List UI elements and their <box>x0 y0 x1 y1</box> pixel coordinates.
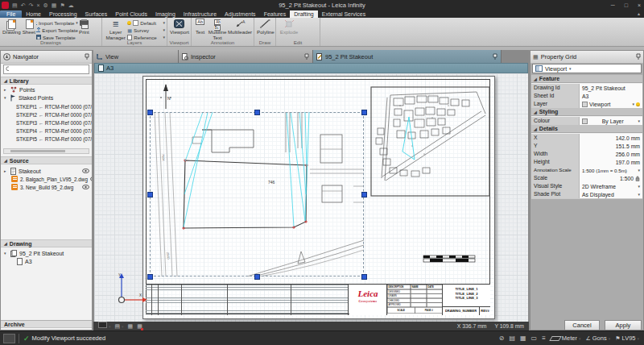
viewport-handle-w[interactable] <box>147 192 153 197</box>
tree-item-points[interactable]: ▸ Points <box>1 85 92 94</box>
viewport-handle-ne[interactable] <box>361 110 367 115</box>
section-styling[interactable]: ◢Styling <box>531 108 642 116</box>
minimize-button[interactable]: ─ <box>611 0 615 10</box>
library-hscrollbar[interactable] <box>3 148 89 154</box>
section-drawing[interactable]: ◢Drawing <box>1 239 92 247</box>
property-object-selector[interactable]: Viewport ▾ <box>532 64 642 73</box>
layer-bulb-icon[interactable] <box>636 102 640 106</box>
message-icon[interactable]: ▭ <box>531 332 538 345</box>
tab-infrastructure[interactable]: Infrastructure <box>180 10 221 18</box>
pin-icon[interactable] <box>85 53 89 60</box>
navigator-search[interactable] <box>3 64 89 74</box>
tab-file[interactable]: File <box>0 10 22 18</box>
text-button[interactable]: Ab Text <box>193 19 207 36</box>
tree-item-dwg-2[interactable]: 3. New_Build 95_2.dwg <box>1 183 92 191</box>
no-entry-icon[interactable]: ⊘ <box>499 332 505 345</box>
viewport-handle-nw[interactable] <box>147 110 153 115</box>
layer-default-dropdown[interactable]: Default▾ <box>127 19 165 26</box>
tree-item-stake-5[interactable]: STKEPt5 ← RTCM-Ref 0000 (07/10 <box>1 135 92 143</box>
cancel-button[interactable]: Cancel <box>564 320 600 330</box>
tree-item-staked-points[interactable]: ▾ Staked Points <box>1 94 92 102</box>
viewport-handle-e[interactable] <box>361 192 367 197</box>
undo-icon[interactable]: ↶ <box>21 1 26 10</box>
section-source[interactable]: ◢Source <box>1 156 92 164</box>
layer-manager-button[interactable]: ≣ Layer Manager <box>104 19 127 41</box>
polyline-button[interactable]: Polyline <box>256 19 275 36</box>
grid-status-icon[interactable]: ▦ <box>520 332 526 345</box>
maximize-button[interactable]: □ <box>625 0 628 10</box>
flag-tool-icon[interactable]: ⚑ <box>60 1 64 10</box>
visibility-eye-icon[interactable] <box>90 177 92 181</box>
settings-icon[interactable]: ⚙ <box>43 1 47 10</box>
drawing-canvas[interactable]: 7564 2560 746 <box>94 73 528 322</box>
section-library[interactable]: ◢Library <box>1 77 92 85</box>
log-icon[interactable]: ≡ <box>542 332 546 345</box>
pin-icon[interactable] <box>636 53 641 60</box>
sheet-button[interactable]: Sheet <box>22 19 36 36</box>
app-status-icon[interactable] <box>3 334 15 343</box>
redo-icon[interactable]: ↷ <box>29 1 34 10</box>
viewport-handle-sw[interactable] <box>147 274 153 280</box>
tree-item-stake-4[interactable]: STKEPt4 ← RTCM-Ref 0000 (07/10 <box>1 127 92 135</box>
viewport-handle-s[interactable] <box>254 274 260 280</box>
visibility-eye-icon[interactable] <box>82 168 89 173</box>
viewport-handle-se[interactable] <box>361 274 367 280</box>
angle-unit-selector[interactable]: ∠ Gons▾ <box>586 332 611 345</box>
tab-external-services[interactable]: External Services <box>318 10 369 18</box>
section-details[interactable]: ◢Details <box>531 125 642 133</box>
viewport-button[interactable]: Viewport <box>169 19 190 36</box>
viewport-selection[interactable] <box>150 112 364 276</box>
section-feature[interactable]: ◢Feature <box>531 75 642 83</box>
tree-item-stake-3[interactable]: STKEPt3 ← RTCM-Ref 0000 (07/10 <box>1 118 92 127</box>
viewport-handle-n[interactable] <box>254 110 260 115</box>
drawing-button[interactable]: Drawing <box>2 19 22 36</box>
pin-icon[interactable] <box>304 53 309 60</box>
explode-button[interactable]: Explode <box>278 19 300 36</box>
tree-item-stake-2[interactable]: STKEPt2 ← RTCM-Ref 0000 (07/10 <box>1 110 92 118</box>
tab-imaging[interactable]: Imaging <box>151 10 180 18</box>
save-icon[interactable]: ▤ <box>12 1 18 10</box>
tab-surfaces[interactable]: Surfaces <box>81 10 112 18</box>
close-button[interactable]: × <box>638 0 641 10</box>
tree-item-drawing-root[interactable]: ▾ 95_2 Pit Stakeout <box>1 249 92 257</box>
leica-logo-icon[interactable] <box>2 2 9 9</box>
search-input[interactable] <box>10 66 87 73</box>
import-template-button[interactable]: Import Template▾ <box>36 19 78 26</box>
background-color-picker[interactable]: ▾ <box>98 322 110 330</box>
tab-home[interactable]: Home <box>22 10 45 18</box>
grid-tool-icon[interactable]: ▦ <box>52 1 57 10</box>
tab-view[interactable]: View <box>93 50 179 63</box>
layer-survey-dropdown[interactable]: ▦ Survey▾ <box>127 27 165 33</box>
tab-stakeout-drawing[interactable]: 95_2 Pit Stakeout <box>313 50 502 63</box>
angle-icon: ∠ <box>586 332 591 345</box>
unit-selector[interactable]: Meter▾ <box>551 335 581 342</box>
multiline-text-button[interactable]: AbBc Multiline Text <box>207 19 228 41</box>
tab-drafting[interactable]: Drafting <box>290 10 318 18</box>
export-template-button[interactable]: Export Template <box>36 27 78 33</box>
tree-item-stakeout[interactable]: ▸ Stakeout <box>1 167 92 175</box>
sheet-tab-a3[interactable]: A3 <box>94 63 528 73</box>
crs-selector[interactable]: ⚑ LV95▾ <box>615 332 639 345</box>
visibility-eye-icon[interactable] <box>82 185 89 189</box>
snap-mode-dropdown[interactable]: ▤ ▾ <box>114 322 123 330</box>
apply-button[interactable]: Apply <box>605 320 642 330</box>
snap-grid-toggle[interactable]: ▦ <box>137 322 142 330</box>
cloud-icon[interactable]: ☁ <box>68 1 74 10</box>
report-icon[interactable]: ▤ <box>509 332 515 345</box>
tab-adjustments[interactable]: Adjustments <box>221 10 260 18</box>
tree-item-dwg-1[interactable]: 2. Balgach_Plan_LV95_2.dwg <box>1 175 92 183</box>
multileader-button[interactable]: A Multileader <box>228 19 252 36</box>
tab-features[interactable]: Features <box>260 10 291 18</box>
print-button[interactable]: Print <box>78 19 90 36</box>
delete-icon[interactable]: × <box>36 1 39 10</box>
section-archive[interactable]: Archive <box>1 320 92 328</box>
tab-point-clouds[interactable]: Point Clouds <box>111 10 151 18</box>
survey-grid-icon: ▦ <box>127 27 132 33</box>
tab-processing[interactable]: Processing <box>45 10 81 18</box>
ribbon-collapse-icon[interactable]: ▴ <box>638 10 640 18</box>
tab-inspector[interactable]: Inspector <box>179 50 313 63</box>
grid-toggle[interactable]: ▦ <box>128 322 134 330</box>
tree-item-stake-1[interactable]: STKEPt1 ← RTCM-Ref 0000 (07/10 <box>1 102 92 110</box>
tree-item-a3[interactable]: A3 <box>1 257 92 265</box>
pin-icon[interactable] <box>493 53 497 60</box>
